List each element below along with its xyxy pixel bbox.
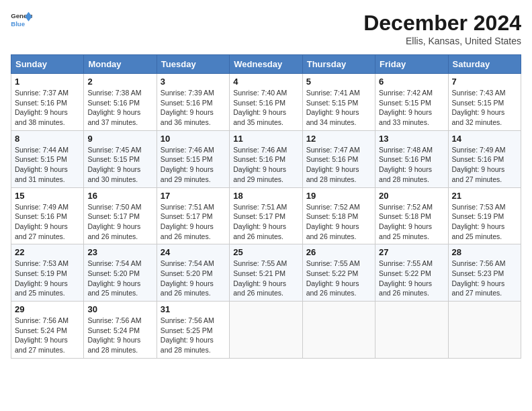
- calendar-cell: [375, 302, 448, 359]
- weekday-sunday: Sunday: [11, 55, 84, 74]
- day-info: Sunrise: 7:56 AM Sunset: 5:25 PM Dayligh…: [161, 316, 226, 355]
- weekday-tuesday: Tuesday: [157, 55, 229, 74]
- day-info: Sunrise: 7:55 AM Sunset: 5:22 PM Dayligh…: [379, 259, 444, 298]
- calendar-cell: 27Sunrise: 7:55 AM Sunset: 5:22 PM Dayli…: [375, 244, 448, 302]
- day-number: 6: [379, 77, 444, 87]
- month-title: December 2024: [363, 11, 521, 36]
- day-number: 24: [161, 247, 226, 257]
- day-info: Sunrise: 7:56 AM Sunset: 5:23 PM Dayligh…: [452, 259, 517, 298]
- calendar-cell: 3Sunrise: 7:39 AM Sunset: 5:16 PM Daylig…: [157, 74, 229, 131]
- day-info: Sunrise: 7:52 AM Sunset: 5:18 PM Dayligh…: [306, 202, 371, 242]
- calendar-cell: 10Sunrise: 7:46 AM Sunset: 5:15 PM Dayli…: [157, 130, 229, 187]
- day-number: 25: [233, 247, 298, 257]
- svg-text:Blue: Blue: [11, 20, 25, 28]
- weekday-wednesday: Wednesday: [230, 55, 302, 74]
- day-info: Sunrise: 7:43 AM Sunset: 5:15 PM Dayligh…: [452, 88, 517, 128]
- calendar-cell: 14Sunrise: 7:49 AM Sunset: 5:16 PM Dayli…: [448, 130, 521, 187]
- calendar-cell: 26Sunrise: 7:55 AM Sunset: 5:22 PM Dayli…: [302, 244, 375, 302]
- logo-icon: General Blue: [11, 11, 32, 30]
- day-info: Sunrise: 7:50 AM Sunset: 5:17 PM Dayligh…: [87, 202, 152, 242]
- day-info: Sunrise: 7:42 AM Sunset: 5:15 PM Dayligh…: [379, 88, 444, 128]
- day-number: 31: [161, 304, 226, 314]
- day-info: Sunrise: 7:54 AM Sunset: 5:20 PM Dayligh…: [87, 259, 152, 298]
- calendar-cell: 9Sunrise: 7:45 AM Sunset: 5:15 PM Daylig…: [84, 130, 157, 187]
- day-number: 30: [87, 304, 152, 314]
- calendar-cell: 11Sunrise: 7:46 AM Sunset: 5:16 PM Dayli…: [230, 130, 302, 187]
- calendar-cell: 6Sunrise: 7:42 AM Sunset: 5:15 PM Daylig…: [375, 74, 448, 131]
- calendar-week-3: 15Sunrise: 7:49 AM Sunset: 5:16 PM Dayli…: [11, 187, 521, 244]
- calendar-cell: 2Sunrise: 7:38 AM Sunset: 5:16 PM Daylig…: [84, 74, 157, 131]
- title-block: December 2024 Ellis, Kansas, United Stat…: [363, 11, 521, 46]
- day-number: 7: [452, 77, 517, 87]
- calendar-cell: 16Sunrise: 7:50 AM Sunset: 5:17 PM Dayli…: [84, 187, 157, 244]
- day-info: Sunrise: 7:39 AM Sunset: 5:16 PM Dayligh…: [161, 88, 226, 128]
- day-info: Sunrise: 7:48 AM Sunset: 5:16 PM Dayligh…: [379, 145, 444, 185]
- calendar-week-5: 29Sunrise: 7:56 AM Sunset: 5:24 PM Dayli…: [11, 302, 521, 359]
- calendar-cell: 29Sunrise: 7:56 AM Sunset: 5:24 PM Dayli…: [11, 302, 84, 359]
- calendar-cell: 1Sunrise: 7:37 AM Sunset: 5:16 PM Daylig…: [11, 74, 84, 131]
- day-info: Sunrise: 7:40 AM Sunset: 5:16 PM Dayligh…: [233, 88, 298, 128]
- calendar-cell: [230, 302, 302, 359]
- calendar-cell: 7Sunrise: 7:43 AM Sunset: 5:15 PM Daylig…: [448, 74, 521, 131]
- day-number: 28: [452, 247, 517, 257]
- day-number: 20: [379, 191, 444, 201]
- calendar-cell: 23Sunrise: 7:54 AM Sunset: 5:20 PM Dayli…: [84, 244, 157, 302]
- day-info: Sunrise: 7:56 AM Sunset: 5:24 PM Dayligh…: [87, 316, 152, 355]
- calendar-cell: 24Sunrise: 7:54 AM Sunset: 5:20 PM Dayli…: [157, 244, 229, 302]
- calendar-cell: 5Sunrise: 7:41 AM Sunset: 5:15 PM Daylig…: [302, 74, 375, 131]
- day-number: 29: [15, 304, 80, 314]
- day-info: Sunrise: 7:53 AM Sunset: 5:19 PM Dayligh…: [15, 259, 80, 298]
- day-number: 22: [15, 247, 80, 257]
- calendar-cell: 25Sunrise: 7:55 AM Sunset: 5:21 PM Dayli…: [230, 244, 302, 302]
- day-number: 4: [233, 77, 298, 87]
- day-info: Sunrise: 7:49 AM Sunset: 5:16 PM Dayligh…: [452, 145, 517, 185]
- day-number: 21: [452, 191, 517, 201]
- calendar-week-2: 8Sunrise: 7:44 AM Sunset: 5:15 PM Daylig…: [11, 130, 521, 187]
- day-number: 9: [87, 134, 152, 144]
- weekday-header-row: SundayMondayTuesdayWednesdayThursdayFrid…: [11, 55, 521, 74]
- calendar-cell: 28Sunrise: 7:56 AM Sunset: 5:23 PM Dayli…: [448, 244, 521, 302]
- day-number: 8: [15, 134, 80, 144]
- calendar-cell: 17Sunrise: 7:51 AM Sunset: 5:17 PM Dayli…: [157, 187, 229, 244]
- calendar-cell: [302, 302, 375, 359]
- calendar-cell: 19Sunrise: 7:52 AM Sunset: 5:18 PM Dayli…: [302, 187, 375, 244]
- weekday-saturday: Saturday: [448, 55, 521, 74]
- page-header: General Blue December 2024 Ellis, Kansas…: [11, 11, 521, 46]
- weekday-thursday: Thursday: [302, 55, 375, 74]
- day-info: Sunrise: 7:37 AM Sunset: 5:16 PM Dayligh…: [15, 88, 80, 128]
- calendar-cell: [448, 302, 521, 359]
- day-number: 12: [306, 134, 371, 144]
- day-number: 3: [161, 77, 226, 87]
- day-info: Sunrise: 7:51 AM Sunset: 5:17 PM Dayligh…: [233, 202, 298, 242]
- calendar-cell: 30Sunrise: 7:56 AM Sunset: 5:24 PM Dayli…: [84, 302, 157, 359]
- logo: General Blue: [11, 11, 32, 30]
- day-info: Sunrise: 7:46 AM Sunset: 5:16 PM Dayligh…: [233, 145, 298, 185]
- calendar-cell: 20Sunrise: 7:52 AM Sunset: 5:18 PM Dayli…: [375, 187, 448, 244]
- day-info: Sunrise: 7:44 AM Sunset: 5:15 PM Dayligh…: [15, 145, 80, 185]
- calendar-cell: 12Sunrise: 7:47 AM Sunset: 5:16 PM Dayli…: [302, 130, 375, 187]
- location: Ellis, Kansas, United States: [363, 36, 521, 46]
- weekday-monday: Monday: [84, 55, 157, 74]
- day-number: 16: [87, 191, 152, 201]
- calendar-cell: 4Sunrise: 7:40 AM Sunset: 5:16 PM Daylig…: [230, 74, 302, 131]
- calendar-cell: 18Sunrise: 7:51 AM Sunset: 5:17 PM Dayli…: [230, 187, 302, 244]
- calendar-cell: 8Sunrise: 7:44 AM Sunset: 5:15 PM Daylig…: [11, 130, 84, 187]
- day-info: Sunrise: 7:49 AM Sunset: 5:16 PM Dayligh…: [15, 202, 80, 242]
- day-info: Sunrise: 7:52 AM Sunset: 5:18 PM Dayligh…: [379, 202, 444, 242]
- day-number: 5: [306, 77, 371, 87]
- day-info: Sunrise: 7:51 AM Sunset: 5:17 PM Dayligh…: [161, 202, 226, 242]
- day-info: Sunrise: 7:55 AM Sunset: 5:22 PM Dayligh…: [306, 259, 371, 298]
- day-number: 2: [87, 77, 152, 87]
- calendar-cell: 13Sunrise: 7:48 AM Sunset: 5:16 PM Dayli…: [375, 130, 448, 187]
- day-number: 15: [15, 191, 80, 201]
- day-info: Sunrise: 7:55 AM Sunset: 5:21 PM Dayligh…: [233, 259, 298, 298]
- calendar-table: SundayMondayTuesdayWednesdayThursdayFrid…: [11, 54, 521, 359]
- day-number: 11: [233, 134, 298, 144]
- day-number: 23: [87, 247, 152, 257]
- calendar-cell: 22Sunrise: 7:53 AM Sunset: 5:19 PM Dayli…: [11, 244, 84, 302]
- day-number: 1: [15, 77, 80, 87]
- day-number: 19: [306, 191, 371, 201]
- calendar-cell: 15Sunrise: 7:49 AM Sunset: 5:16 PM Dayli…: [11, 187, 84, 244]
- day-info: Sunrise: 7:38 AM Sunset: 5:16 PM Dayligh…: [87, 88, 152, 128]
- calendar-week-4: 22Sunrise: 7:53 AM Sunset: 5:19 PM Dayli…: [11, 244, 521, 302]
